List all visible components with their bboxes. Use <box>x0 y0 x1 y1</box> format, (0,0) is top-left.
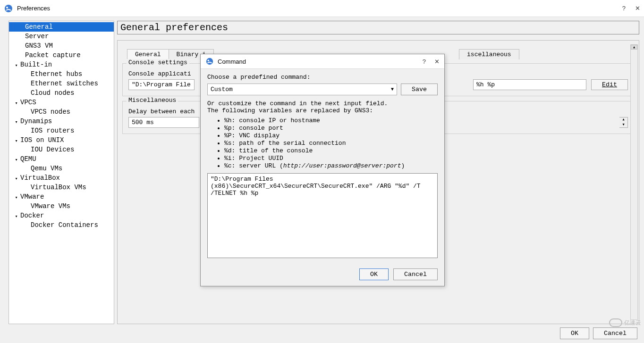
watermark-text: 亿速云 <box>624 319 641 327</box>
dialog-close-button[interactable]: ✕ <box>434 58 440 65</box>
tree-item-server[interactable]: Server <box>9 32 114 41</box>
window-title: Preferences <box>17 5 622 12</box>
tree-item-vmware[interactable]: VMware <box>9 192 114 201</box>
dialog-titlebar: Command ? ✕ <box>201 54 444 69</box>
dialog-ok-button[interactable]: OK <box>359 268 389 280</box>
variable-item: %P: VNC display <box>224 132 438 139</box>
chevron-down-icon: ▼ <box>391 87 394 92</box>
tree-item-virtualbox-vms[interactable]: VirtualBox VMs <box>9 183 114 192</box>
cloud-icon <box>609 318 622 327</box>
scrollbar[interactable]: ▲ <box>630 44 638 320</box>
tree-item-docker-containers[interactable]: Docker Containers <box>9 220 114 230</box>
spinner-up-icon[interactable]: ▲ <box>619 117 627 123</box>
svg-point-3 <box>208 59 210 61</box>
watermark: 亿速云 <box>609 318 641 327</box>
tab-general[interactable]: General <box>127 49 169 59</box>
titlebar: Preferences ? ✕ <box>0 0 644 17</box>
tree-item-cloud-nodes[interactable]: Cloud nodes <box>9 88 114 98</box>
dialog-help-button[interactable]: ? <box>423 58 426 65</box>
dialog-cancel-button[interactable]: Cancel <box>393 268 438 280</box>
tree-item-qemu-vms[interactable]: Qemu VMs <box>9 164 114 173</box>
scrollbar-thumb-top[interactable]: ▲ <box>631 45 637 50</box>
svg-point-2 <box>206 58 213 65</box>
page-title: General preferences <box>117 21 639 34</box>
app-icon <box>4 4 13 13</box>
console-app-input-left[interactable] <box>128 79 195 90</box>
delay-spinner[interactable]: ▲ ▼ <box>619 117 628 128</box>
preferences-buttons: OK Cancel <box>560 327 637 339</box>
pref-ok-button[interactable]: OK <box>560 327 589 339</box>
tree-item-built-in[interactable]: Built-in <box>9 60 114 69</box>
tree-item-dynamips[interactable]: Dynamips <box>9 117 114 126</box>
variable-item: %s: path of the serial connection <box>224 140 438 147</box>
edit-button[interactable]: Edit <box>591 79 628 90</box>
command-textarea[interactable] <box>207 173 438 258</box>
spinner-down-icon[interactable]: ▼ <box>619 123 627 128</box>
console-settings-legend: Console settings <box>127 59 189 66</box>
variable-list: %h: console IP or hostname%p: console po… <box>207 117 438 169</box>
pref-cancel-button[interactable]: Cancel <box>593 327 637 339</box>
tree-item-qemu[interactable]: QEMU <box>9 154 114 164</box>
choose-command-label: Choose a predefined command: <box>207 74 438 81</box>
tree-item-docker[interactable]: Docker <box>9 211 114 220</box>
variable-item: %d: title of the console <box>224 147 438 154</box>
tree-item-iou-devices[interactable]: IOU Devices <box>9 145 114 154</box>
combo-value: Custom <box>211 86 233 93</box>
tree-item-packet-capture[interactable]: Packet capture <box>9 50 114 60</box>
save-button[interactable]: Save <box>401 84 438 95</box>
variable-item: %p: console port <box>224 125 438 132</box>
variable-item: %h: console IP or hostname <box>224 117 438 124</box>
svg-point-0 <box>5 5 12 12</box>
tree-item-ios-routers[interactable]: IOS routers <box>9 126 114 135</box>
customize-hint-2: The following variables are replaced by … <box>207 107 438 114</box>
console-app-input-right[interactable] <box>473 79 586 90</box>
tree-item-vpcs[interactable]: VPCS <box>9 98 114 107</box>
command-preset-combo[interactable]: Custom ▼ <box>207 84 397 95</box>
command-dialog: Command ? ✕ Choose a predefined command:… <box>200 54 445 286</box>
miscellaneous-legend: Miscellaneous <box>127 97 178 104</box>
tree-item-general[interactable]: General <box>9 22 114 32</box>
tree-item-vmware-vms[interactable]: VMware VMs <box>9 201 114 211</box>
tree-item-ethernet-switches[interactable]: Ethernet switches <box>9 79 114 88</box>
variable-item: %c: server URL (http://user:password@ser… <box>224 162 438 169</box>
tree-item-virtualbox[interactable]: VirtualBox <box>9 173 114 183</box>
tree-item-vpcs-nodes[interactable]: VPCS nodes <box>9 107 114 117</box>
customize-hint-1: Or customize the command in the next inp… <box>207 100 438 107</box>
help-button[interactable]: ? <box>622 5 626 12</box>
dialog-app-icon <box>205 57 214 66</box>
variable-item: %i: Project UUID <box>224 155 438 162</box>
delay-input[interactable] <box>128 117 199 128</box>
tab-miscellaneous[interactable]: iscellaneous <box>459 49 519 59</box>
dialog-title: Command <box>218 58 423 65</box>
tree-item-ios-on-unix[interactable]: IOS on UNIX <box>9 135 114 145</box>
svg-point-1 <box>6 7 8 8</box>
preferences-tree[interactable]: GeneralServerGNS3 VMPacket captureBuilt-… <box>8 21 114 324</box>
window-close-button[interactable]: ✕ <box>635 5 640 12</box>
tree-item-ethernet-hubs[interactable]: Ethernet hubs <box>9 69 114 79</box>
tree-item-gns3-vm[interactable]: GNS3 VM <box>9 41 114 50</box>
